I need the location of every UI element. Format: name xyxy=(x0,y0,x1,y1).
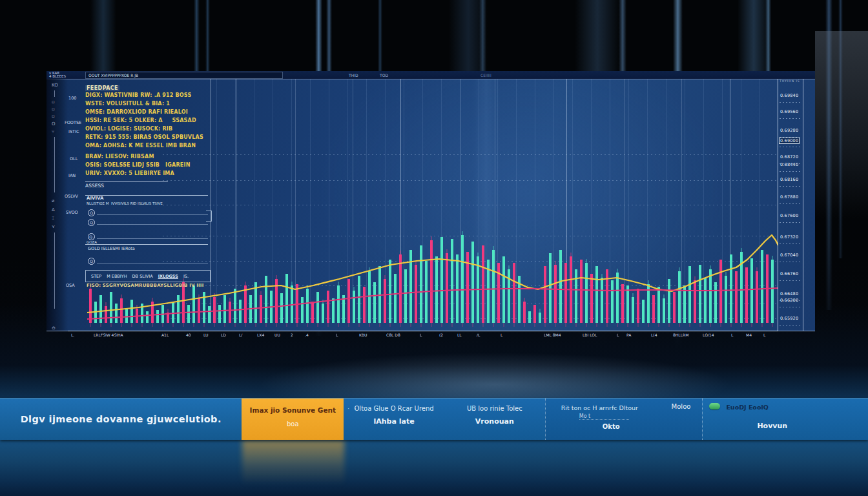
x-axis-tick: LRLFSIW 4SIHA xyxy=(94,333,123,337)
form-radio-2[interactable]: Q xyxy=(88,219,95,226)
candle-bar xyxy=(265,276,267,323)
tool-icon[interactable]: KO xyxy=(52,83,58,88)
price-axis-separator xyxy=(780,171,801,172)
candle-bar xyxy=(435,256,438,323)
candle-bar xyxy=(714,282,717,323)
candle-bar xyxy=(384,279,386,323)
info-link[interactable]: ASSESS xyxy=(85,181,168,189)
x-axis-tick: M4 xyxy=(746,333,752,337)
candle-bar xyxy=(595,266,598,323)
x-axis-tick: .4 xyxy=(305,333,309,337)
price-axis-separator xyxy=(780,102,801,103)
candle-bar xyxy=(239,300,242,323)
titlebar-selected-segment[interactable]: OOUT XVIPPPPPPXOE R JB xyxy=(85,72,283,79)
form-bracket[interactable] xyxy=(206,211,212,222)
trading-terminal-screen: v KAR 4 BLEEES OOUT XVIPPPPPPXOE R JB TH… xyxy=(0,0,868,496)
candle-bar xyxy=(285,274,288,323)
candle-bar xyxy=(585,263,588,323)
candle-bar xyxy=(373,282,376,323)
order-box-cell: IS. xyxy=(183,274,189,279)
candle-bar xyxy=(502,256,505,323)
candle-bar xyxy=(492,250,495,323)
price-axis-label: 0.68160 xyxy=(780,177,798,182)
dock-trend-right[interactable]: UB loo rinie Tolec Vronouan xyxy=(444,398,545,440)
candle-bar xyxy=(311,302,314,323)
dock-message-button[interactable]: Dlgv ijmeone dovanne gjuwcelutiob. xyxy=(0,398,242,440)
candle-bar xyxy=(668,279,670,323)
candle-bar xyxy=(332,298,335,323)
candle-bar xyxy=(637,289,639,323)
price-axis-label: 0.66200 xyxy=(780,298,798,303)
price-axis-label: 0.67880 xyxy=(780,194,798,200)
dock-section-status[interactable]: EuoDJ EoolQ Hovvun xyxy=(702,398,868,440)
candle-bar xyxy=(146,311,149,323)
order-box-cell: M EBBIYH xyxy=(107,274,127,279)
candle-bar xyxy=(322,304,324,323)
candle-bar xyxy=(389,260,391,323)
dock-detail-sub: Mo t xyxy=(579,413,629,420)
tool-icon[interactable]: ⌀ xyxy=(52,198,54,203)
plot-area[interactable]: FEEDPACE DIGX: WASTIVNIB RW: .A 912 BOSS… xyxy=(46,79,815,331)
price-axis-separator xyxy=(780,222,801,223)
dock-section-trend[interactable]: · · Oltoa Glue O Rcar Urend lAhba late U… xyxy=(344,398,545,440)
candle-bar xyxy=(750,258,753,323)
tool-icon[interactable]: ⑂ xyxy=(52,129,54,134)
candle-bar xyxy=(471,242,474,323)
candle-bar xyxy=(725,276,727,323)
candle-bar xyxy=(513,263,515,323)
orange-button-subtitle: boa xyxy=(242,420,344,428)
candle-bar xyxy=(678,271,681,323)
candle-bar xyxy=(699,265,701,323)
order-info-box[interactable]: STEPM EBBIYHDB SLIVIAIXLOGSSIS. xyxy=(85,270,211,282)
form-radio-4[interactable]: Q xyxy=(88,258,95,265)
bottom-dock: Dlgv ijmeone dovanne gjuwcelutiob. Imax … xyxy=(0,398,868,440)
dock-trend-left-value: lAhba late xyxy=(344,417,444,426)
price-axis-separator xyxy=(780,203,801,204)
side-label: ISTIC xyxy=(68,129,79,134)
titlebar-label-mid2: TOD xyxy=(380,73,388,78)
candle-bar xyxy=(420,245,422,323)
tool-icon[interactable]: ⊖ xyxy=(52,326,56,331)
tool-icon[interactable]: ⋎ xyxy=(52,224,55,229)
price-axis-label: 0.69840 xyxy=(780,93,798,98)
x-axis-tick: A1L xyxy=(161,333,169,337)
x-axis[interactable]: L.LRLFSIW 4SIHAA1L40LULDL/LX4UU2.4LKBUC8… xyxy=(68,331,778,339)
candle-bar xyxy=(745,267,748,323)
drawing-tools-sidebar[interactable]: KO▫▫▫O⑂⌀A⌶⋎⊖ xyxy=(46,79,68,331)
tool-icon[interactable]: ▫ xyxy=(52,114,55,119)
tool-icon[interactable]: ▫ xyxy=(52,99,55,105)
x-axis-tick: LD xyxy=(221,333,226,337)
dock-section-detail[interactable]: Rit ton oc H arnrfc Dltour Mo t Okto Mol… xyxy=(545,398,703,440)
form-radio-3[interactable]: Q. xyxy=(88,233,95,240)
side-label: 100 xyxy=(68,96,76,101)
x-axis-tick: LL xyxy=(457,333,462,337)
tool-icon[interactable]: A xyxy=(52,207,55,212)
dock-orange-button[interactable]: Imax jio Sonunve Gent boa xyxy=(242,398,344,440)
candle-bar xyxy=(394,274,397,323)
dock-status-title: EuoDJ EoolQ xyxy=(726,404,768,411)
dock-trend-left[interactable]: Oltoa Glue O Rcar Urend lAhba late xyxy=(344,398,444,440)
tool-icon[interactable]: ⌶ xyxy=(52,216,54,221)
x-axis-tick: L/ xyxy=(239,333,242,337)
dock-dots: · · xyxy=(347,406,358,412)
candle-bar xyxy=(554,265,557,323)
tool-icon[interactable]: O xyxy=(52,121,56,127)
price-axis-label: 0.67040 xyxy=(780,253,798,258)
price-axis-label: 0.68720 xyxy=(780,154,798,160)
price-axis[interactable]: TOYION IS 0.698400.695600.692800.690000.… xyxy=(778,79,815,331)
x-axis-tick: UU xyxy=(274,333,280,337)
candle-bar xyxy=(761,250,763,323)
tool-icon[interactable]: ▫ xyxy=(52,107,55,112)
tool-separator-line xyxy=(54,90,55,97)
tool-separator-line xyxy=(54,137,55,192)
candle-bar xyxy=(590,274,593,323)
form-row-text: GOLD ISLLESMI IERota xyxy=(88,246,135,251)
form-radio-1[interactable]: Q xyxy=(88,209,95,216)
candle-bar xyxy=(115,304,118,323)
candle-bar xyxy=(120,298,123,323)
candle-bar xyxy=(657,287,660,323)
form-rule-2 xyxy=(97,214,208,215)
price-axis-label: 0.67320 xyxy=(780,234,798,240)
candle-bar xyxy=(280,293,283,323)
price-axis-separator xyxy=(780,243,801,244)
